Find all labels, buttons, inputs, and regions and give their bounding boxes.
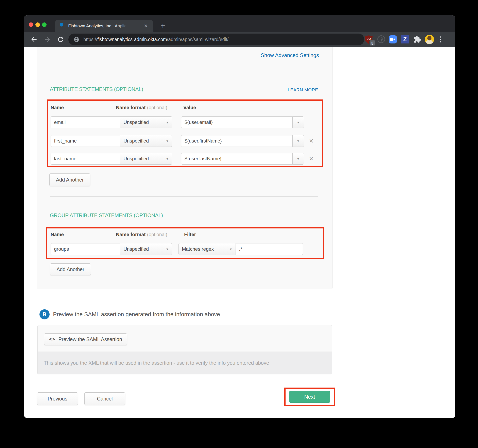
- url-scheme: https://: [83, 37, 97, 42]
- name-format-select[interactable]: Unspecified▼: [120, 153, 172, 165]
- chevron-down-icon: ▼: [166, 247, 169, 251]
- column-header-name: Name: [50, 232, 64, 237]
- chevron-down-icon: ▼: [166, 157, 169, 160]
- preview-saml-assertion-button[interactable]: <> Preview the SAML Assertion: [44, 333, 127, 345]
- screenshot-background: Fishtown Analytics, Inc - Applic ✕ + htt…: [0, 0, 478, 448]
- attribute-name-input[interactable]: [50, 135, 120, 147]
- z-extension-icon[interactable]: Z: [401, 35, 409, 43]
- attribute-row: Unspecified▼ ▼ ✕: [50, 153, 319, 165]
- okta-saml-wizard-page: Show Advanced Settings ATTRIBUTE STATEME…: [24, 47, 455, 418]
- extensions-puzzle-icon[interactable]: [414, 36, 421, 44]
- filter-value-input[interactable]: [236, 243, 303, 255]
- step-b-badge: B: [39, 309, 50, 319]
- globe-icon: [74, 36, 80, 43]
- browser-toolbar: https://fishtownanalytics-admin.okta.com…: [24, 32, 455, 47]
- column-header-filter: Filter: [184, 232, 196, 237]
- reload-icon[interactable]: [57, 36, 64, 43]
- value-dropdown-button[interactable]: ▼: [292, 135, 304, 147]
- url-bar[interactable]: https://fishtownanalytics-admin.okta.com…: [68, 34, 364, 45]
- browser-tab[interactable]: Fishtown Analytics, Inc - Applic ✕: [55, 20, 153, 32]
- tab-strip: Fishtown Analytics, Inc - Applic ✕ +: [24, 15, 455, 32]
- preview-panel: <> Preview the SAML Assertion This shows…: [38, 325, 332, 374]
- value-dropdown-button[interactable]: ▼: [292, 117, 304, 128]
- chevron-down-icon: ▼: [297, 121, 300, 124]
- url-path: /admin/apps/saml-wizard/edit/: [167, 37, 228, 42]
- preview-section-heading: Preview the SAML assertion generated fro…: [53, 311, 220, 318]
- attribute-statements-title: ATTRIBUTE STATEMENTS (OPTIONAL): [50, 86, 143, 92]
- show-advanced-settings-link[interactable]: Show Advanced Settings: [261, 52, 319, 58]
- saml-settings-card: Show Advanced Settings ATTRIBUTE STATEME…: [37, 47, 333, 288]
- preview-panel-note: This shows you the XML that will be used…: [38, 352, 332, 374]
- forward-icon[interactable]: [44, 36, 51, 43]
- attribute-name-input[interactable]: [50, 153, 120, 165]
- code-brackets-icon: <>: [49, 337, 56, 342]
- okta-favicon-icon: [60, 23, 63, 26]
- attribute-value-input[interactable]: [181, 117, 293, 128]
- column-header-name-format: Name format (optional): [116, 105, 167, 110]
- group-name-input[interactable]: [50, 243, 120, 255]
- attribute-row: Unspecified▼ ▼ ✕: [50, 135, 319, 147]
- new-tab-button[interactable]: +: [157, 20, 169, 32]
- attribute-name-input[interactable]: [50, 117, 120, 128]
- profile-avatar[interactable]: [425, 35, 434, 44]
- chevron-down-icon: ▼: [166, 139, 169, 143]
- traffic-light-close[interactable]: [29, 22, 33, 27]
- browser-window: Fishtown Analytics, Inc - Applic ✕ + htt…: [24, 15, 455, 418]
- column-header-name-format: Name format (optional): [116, 232, 167, 237]
- chrome-menu-icon[interactable]: [440, 35, 441, 44]
- tab-title-fade: [116, 20, 126, 32]
- traffic-light-minimize[interactable]: [35, 22, 40, 27]
- zoom-extension-icon[interactable]: [389, 35, 397, 43]
- remove-row-button[interactable]: ✕: [304, 153, 319, 165]
- divider: [50, 71, 318, 71]
- onepassword-extension-icon[interactable]: [377, 35, 385, 43]
- attribute-value-input[interactable]: [181, 135, 293, 147]
- chevron-down-icon: ▼: [297, 157, 300, 160]
- add-another-button[interactable]: Add Another: [50, 264, 91, 275]
- attribute-row: Unspecified▼ ▼: [50, 117, 304, 128]
- cancel-button[interactable]: Cancel: [84, 393, 125, 405]
- remove-row-button[interactable]: ✕: [304, 135, 319, 147]
- url-text: https://fishtownanalytics-admin.okta.com…: [83, 34, 228, 45]
- column-header-value: Value: [183, 105, 196, 110]
- name-format-select[interactable]: Unspecified▼: [120, 135, 172, 147]
- filter-type-select[interactable]: Matches regex▼: [178, 243, 236, 255]
- traffic-light-zoom[interactable]: [42, 22, 47, 27]
- name-format-select[interactable]: Unspecified▼: [120, 243, 172, 255]
- chevron-down-icon: ▼: [166, 121, 169, 124]
- divider: [50, 196, 318, 197]
- back-icon[interactable]: [30, 36, 38, 43]
- name-format-select[interactable]: Unspecified▼: [120, 117, 172, 128]
- attribute-value-input[interactable]: [181, 153, 293, 165]
- previous-button[interactable]: Previous: [37, 393, 78, 405]
- ublock-badge: 5: [369, 40, 375, 46]
- next-button[interactable]: Next: [289, 391, 330, 403]
- learn-more-link[interactable]: LEARN MORE: [288, 87, 318, 92]
- url-host: fishtownanalytics-admin.okta.com: [97, 37, 167, 42]
- column-header-name: Name: [50, 105, 64, 110]
- next-button-annotation-box: Next: [284, 387, 335, 406]
- value-dropdown-button[interactable]: ▼: [292, 153, 304, 165]
- group-attribute-statements-title: GROUP ATTRIBUTE STATEMENTS (OPTIONAL): [50, 212, 163, 219]
- add-another-button[interactable]: Add Another: [49, 173, 90, 186]
- chevron-down-icon: ▼: [229, 247, 232, 251]
- tab-close-icon[interactable]: ✕: [142, 20, 150, 32]
- group-attribute-row: Unspecified▼ Matches regex▼: [50, 243, 303, 255]
- chevron-down-icon: ▼: [297, 139, 300, 143]
